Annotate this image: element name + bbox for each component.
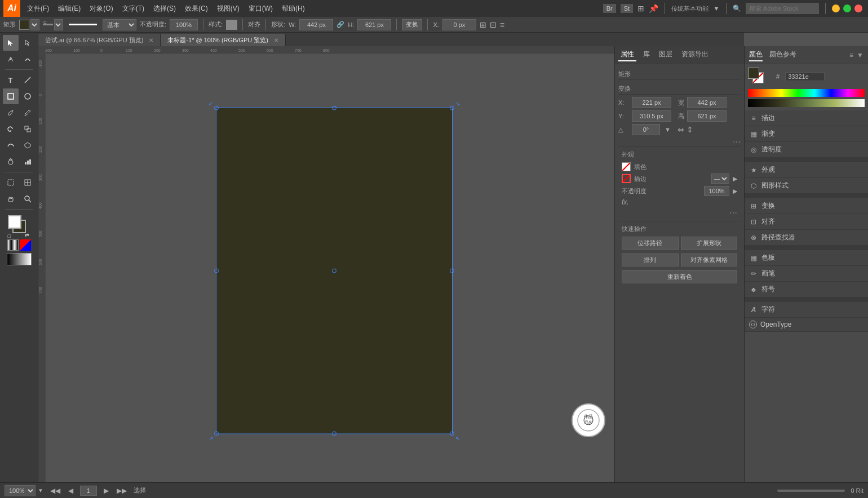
transparency-section-header[interactable]: ◎ 透明度 (745, 142, 868, 157)
direct-selection-tool[interactable] (20, 35, 36, 51)
paintbrush-tool[interactable] (3, 105, 19, 121)
nav-next-btn[interactable]: ▶ (103, 487, 110, 495)
color-gradient-bar[interactable] (748, 89, 865, 97)
handle-top-left[interactable] (214, 106, 219, 110)
menu-help[interactable]: 帮助(H) (277, 0, 309, 17)
artboard[interactable]: ↙ ↘ ↗ ↖ (216, 108, 453, 434)
menu-select[interactable]: 选择(S) (149, 0, 180, 17)
opacity-input[interactable] (170, 19, 198, 30)
menu-edit[interactable]: 编辑(E) (54, 0, 85, 17)
symbols-section-header[interactable]: ♣ 符号 (745, 282, 868, 297)
align-pixel-btn[interactable]: 对齐像素网格 (681, 254, 738, 266)
none-fill-icon[interactable] (7, 239, 19, 251)
expand-shape-btn[interactable]: 扩展形状 (681, 237, 738, 250)
offset-path-btn[interactable]: 位移路径 (622, 237, 679, 250)
more-options[interactable]: ≡ (500, 20, 504, 29)
scale-tool[interactable] (20, 121, 36, 137)
recolor-btn[interactable]: 重新着色 (622, 270, 737, 283)
symbol-sprayer-tool[interactable] (3, 154, 19, 170)
gradient-section-header[interactable]: ▦ 渐变 (745, 126, 868, 141)
handle-bottom-right[interactable] (450, 432, 454, 436)
handle-mid-left[interactable] (214, 269, 219, 273)
x-value-input[interactable] (632, 97, 671, 108)
tab-0-close[interactable]: ✕ (149, 37, 153, 43)
menu-view[interactable]: 视图(V) (212, 0, 244, 17)
y-value-input[interactable] (632, 110, 671, 122)
tab-0[interactable]: 尝试.ai @ 66.67% (RGB/GPU 预览) ✕ (38, 34, 161, 46)
zoom-dropdown[interactable]: ▼ (38, 487, 43, 493)
selection-tool[interactable] (3, 35, 19, 51)
style-preview[interactable] (226, 20, 237, 30)
menu-type[interactable]: 文字(T) (118, 0, 149, 17)
stock-btn[interactable]: St (621, 4, 633, 13)
line-tool[interactable] (20, 72, 36, 88)
blend-select[interactable]: 基本 (103, 19, 136, 30)
color-reference-tab[interactable]: 颜色参考 (769, 48, 796, 61)
handle-bottom-mid[interactable] (332, 432, 336, 436)
artboard-tool[interactable] (3, 175, 19, 190)
pin-icon[interactable]: 📌 (649, 4, 658, 13)
search-input[interactable] (746, 3, 819, 14)
arrange-btns[interactable]: ⊡ (490, 20, 497, 29)
fill-swatch[interactable] (748, 68, 759, 79)
width-input[interactable] (299, 19, 333, 30)
opentype-section-header[interactable]: O OpenType (745, 318, 868, 331)
menu-window[interactable]: 窗口(W) (244, 0, 277, 17)
stroke-expand-icon[interactable]: ▶ (733, 175, 737, 183)
align-section-header[interactable]: ⊡ 对齐 (745, 214, 868, 229)
handle-top-right[interactable] (450, 106, 454, 110)
bridge-btn[interactable]: Br (603, 4, 616, 13)
minimize-button[interactable] (832, 5, 840, 12)
nav-first-btn[interactable]: ◀◀ (49, 487, 61, 495)
flip-v-icon[interactable]: ⇕ (687, 125, 693, 134)
transform-section-header[interactable]: ⊞ 变换 (745, 198, 868, 214)
free-transform-tool[interactable] (20, 137, 36, 153)
hex-input[interactable] (785, 72, 825, 81)
foreground-color-swatch[interactable] (8, 215, 21, 229)
panel-expand-icon[interactable]: ≡ (849, 51, 853, 59)
tab-1-close[interactable]: ✕ (274, 37, 278, 43)
swatches-section-header[interactable]: ▦ 色板 (745, 250, 868, 265)
text-tool[interactable]: T (3, 72, 19, 88)
chain-icon[interactable]: 🔗 (336, 21, 344, 28)
opacity-value-input[interactable] (704, 186, 729, 196)
stroke-type-select[interactable]: — (711, 174, 729, 184)
nav-prev-btn[interactable]: ◀ (67, 487, 74, 495)
more-options-2[interactable]: ⋯ (622, 208, 737, 217)
pencil-tool[interactable] (20, 105, 36, 121)
transform-btn[interactable]: 变换 (402, 19, 422, 30)
gradient-bar[interactable] (7, 253, 32, 265)
page-input[interactable] (80, 486, 97, 496)
zoom-tool[interactable] (20, 191, 36, 207)
maximize-button[interactable] (843, 5, 851, 12)
mode-dropdown-icon[interactable]: ▼ (713, 5, 720, 12)
stroke-select[interactable]: ▼ (54, 19, 63, 30)
arrange-btn[interactable]: 排列 (622, 254, 679, 266)
opacity-expand-icon[interactable]: ▶ (733, 188, 737, 195)
close-button[interactable] (854, 5, 862, 12)
ellipse-tool[interactable] (20, 88, 36, 104)
props-tab-library[interactable]: 库 (641, 48, 652, 61)
flip-h-icon[interactable]: ⇔ (677, 125, 684, 134)
nav-last-btn[interactable]: ▶▶ (116, 487, 128, 495)
rect-tool[interactable] (3, 88, 19, 104)
status-slider[interactable] (777, 490, 845, 492)
brushes-section-header[interactable]: ✏ 画笔 (745, 266, 868, 281)
slice-tool[interactable] (20, 175, 36, 190)
props-tab-export[interactable]: 资源导出 (679, 48, 711, 61)
menu-file[interactable]: 文件(F) (23, 0, 54, 17)
more-options-1[interactable]: ⋯ (618, 137, 741, 146)
h-value-input[interactable] (687, 110, 727, 122)
warp-tool[interactable] (3, 137, 19, 153)
handle-bottom-left[interactable] (214, 432, 219, 436)
menu-object[interactable]: 对象(O) (85, 0, 117, 17)
fill-color-box[interactable] (19, 20, 29, 30)
x-input[interactable] (442, 19, 476, 30)
props-tab-layers[interactable]: 图层 (657, 48, 675, 61)
hand-tool[interactable] (3, 191, 19, 207)
align-btns[interactable]: ⊞ (480, 20, 486, 29)
column-graph-tool[interactable] (20, 154, 36, 170)
default-colors-icon[interactable]: □ (8, 233, 11, 239)
panel-menu-icon[interactable]: ▼ (857, 51, 863, 59)
appearance-section-header[interactable]: ★ 外观 (745, 162, 868, 177)
